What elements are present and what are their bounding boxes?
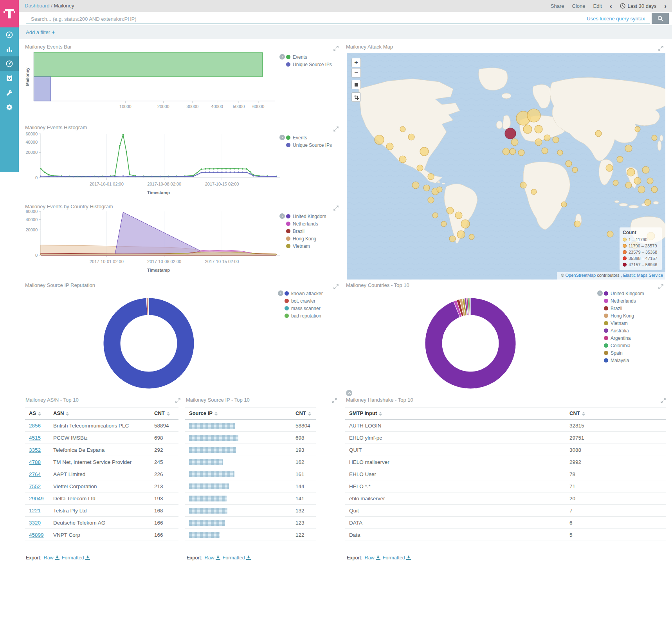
- time-back-button[interactable]: ‹: [610, 3, 612, 9]
- export-formatted-link[interactable]: Formatted: [62, 555, 90, 561]
- collapse-row-button[interactable]: [346, 390, 352, 396]
- expand-panel-icon[interactable]: [175, 398, 181, 403]
- legend-toggle-icon[interactable]: ›: [278, 290, 283, 296]
- legend-item[interactable]: known attacker: [285, 290, 323, 297]
- column-header-cnt[interactable]: CNT: [150, 408, 178, 420]
- map-zoom-out-button[interactable]: −: [351, 68, 361, 78]
- expand-panel-icon[interactable]: [658, 284, 664, 289]
- as-number-link[interactable]: 2856: [29, 423, 41, 429]
- export-formatted-link[interactable]: Formatted: [223, 555, 251, 561]
- svg-text:2017-10-08 02:00: 2017-10-08 02:00: [147, 182, 181, 186]
- column-header-smtp-input[interactable]: SMTP Input: [345, 408, 566, 420]
- as-number-link[interactable]: 4788: [29, 459, 41, 465]
- map-select-area-button[interactable]: [351, 92, 361, 102]
- legend-item[interactable]: Malaysia: [604, 357, 644, 364]
- export-formatted-link[interactable]: Formatted: [383, 555, 411, 561]
- column-header-source-ip[interactable]: Source IP: [185, 408, 292, 420]
- search-input[interactable]: [30, 14, 552, 23]
- legend-item[interactable]: Australia: [604, 327, 644, 334]
- legend-toggle-icon[interactable]: ›: [279, 135, 285, 140]
- legend-item[interactable]: United Kingdom: [286, 213, 326, 220]
- legend-item[interactable]: Events: [286, 53, 332, 61]
- sidebar-item-discover[interactable]: [0, 27, 19, 42]
- edit-button[interactable]: Edit: [593, 3, 602, 9]
- column-header-asn[interactable]: ASN: [49, 408, 150, 420]
- legend-item[interactable]: Events: [286, 134, 332, 141]
- legend-item[interactable]: United Kingdom: [604, 290, 644, 297]
- attack-map[interactable]: + − Count 1 – 1179011790 – 2357923579 – …: [347, 53, 665, 280]
- column-header-as[interactable]: AS: [25, 408, 49, 420]
- time-forward-button[interactable]: ›: [664, 3, 667, 9]
- clone-button[interactable]: Clone: [572, 3, 586, 9]
- legend-item[interactable]: Argentina: [604, 334, 644, 342]
- legend-item[interactable]: bad reputation: [285, 312, 323, 319]
- sidebar-item-plugins[interactable]: [0, 71, 19, 85]
- cnt-cell: 5: [566, 529, 666, 541]
- legend-item[interactable]: Unique Source IPs: [286, 141, 332, 149]
- search-button[interactable]: [652, 13, 669, 24]
- legend-item[interactable]: Vietnam: [286, 242, 326, 250]
- expand-panel-icon[interactable]: [661, 398, 666, 403]
- legend-item[interactable]: Brazil: [286, 227, 326, 235]
- legend-toggle-icon[interactable]: ›: [597, 290, 603, 296]
- map-legend-item: 1 – 11790: [623, 236, 659, 243]
- column-header-cnt[interactable]: CNT: [292, 408, 316, 420]
- legend-color-dot: [285, 299, 289, 303]
- export-raw-link[interactable]: Raw: [44, 555, 59, 561]
- legend-item[interactable]: Netherlands: [604, 297, 644, 305]
- legend-country-histogram: ›United KingdomNetherlandsBrazilHong Kon…: [279, 213, 326, 250]
- tmobile-logo[interactable]: [0, 0, 19, 27]
- legend-item[interactable]: Spain: [604, 349, 644, 357]
- topbar-actions: Share Clone Edit ‹ Last 30 days ›: [551, 0, 667, 12]
- lucene-syntax-link[interactable]: Uses lucene query syntax: [587, 16, 645, 22]
- sidebar-item-dev-tools[interactable]: [0, 85, 19, 100]
- as-number-link[interactable]: 4515: [29, 435, 41, 441]
- svg-text:0: 0: [35, 253, 38, 258]
- legend-item[interactable]: mass scanner: [285, 305, 323, 312]
- expand-panel-icon[interactable]: [333, 45, 339, 51]
- legend-toggle-icon[interactable]: ›: [279, 54, 285, 60]
- as-number-link[interactable]: 2764: [29, 471, 41, 477]
- legend-label: Hong Kong: [611, 313, 634, 319]
- elastic-maps-link[interactable]: Elastic Maps Service: [623, 273, 663, 278]
- legend-item[interactable]: Netherlands: [286, 220, 326, 227]
- as-number-link[interactable]: 1221: [29, 508, 41, 514]
- sidebar-item-visualize[interactable]: [0, 42, 19, 56]
- openstreetmap-link[interactable]: OpenStreetMap: [566, 273, 596, 278]
- sidebar-item-management[interactable]: [0, 100, 19, 114]
- legend-item[interactable]: Colombia: [604, 342, 644, 349]
- expand-panel-icon[interactable]: [333, 126, 339, 132]
- map-zoom-in-button[interactable]: +: [351, 58, 361, 67]
- svg-text:20000: 20000: [157, 104, 169, 109]
- map-fit-button[interactable]: [351, 80, 361, 89]
- legend-toggle-icon[interactable]: ›: [279, 213, 285, 219]
- legend-item[interactable]: Hong Kong: [286, 235, 326, 242]
- legend-item[interactable]: Vietnam: [604, 319, 644, 327]
- compass-icon: [5, 31, 13, 39]
- expand-panel-icon[interactable]: [658, 45, 664, 51]
- export-raw-link[interactable]: Raw: [365, 555, 380, 561]
- breadcrumb-dashboard-link[interactable]: Dashboard: [25, 3, 50, 9]
- column-header-cnt[interactable]: CNT: [566, 408, 666, 420]
- as-number-link[interactable]: 7552: [29, 483, 41, 489]
- legend-item[interactable]: Unique Source IPs: [286, 61, 332, 68]
- legend-label: Netherlands: [611, 298, 636, 304]
- expand-panel-icon[interactable]: [333, 205, 339, 211]
- as-number-link[interactable]: 29049: [29, 496, 44, 501]
- share-button[interactable]: Share: [551, 3, 564, 9]
- as-number-link[interactable]: 3352: [29, 447, 41, 453]
- expand-panel-icon[interactable]: [332, 398, 337, 403]
- as-number-link[interactable]: 3320: [29, 520, 41, 526]
- time-picker[interactable]: Last 30 days: [620, 3, 657, 9]
- add-filter-link[interactable]: Add a filter +: [26, 29, 55, 35]
- sort-icon: [214, 412, 218, 416]
- legend-item[interactable]: bot, crawler: [285, 297, 323, 305]
- export-raw-link[interactable]: Raw: [205, 555, 220, 561]
- legend-item[interactable]: Brazil: [604, 305, 644, 312]
- censored-ip-cell: [185, 444, 292, 456]
- expand-panel-icon[interactable]: [333, 284, 339, 289]
- legend-label: Vietnam: [611, 321, 628, 326]
- sidebar-item-dashboard[interactable]: [0, 56, 19, 71]
- as-number-link[interactable]: 45899: [29, 532, 44, 538]
- legend-item[interactable]: Hong Kong: [604, 312, 644, 319]
